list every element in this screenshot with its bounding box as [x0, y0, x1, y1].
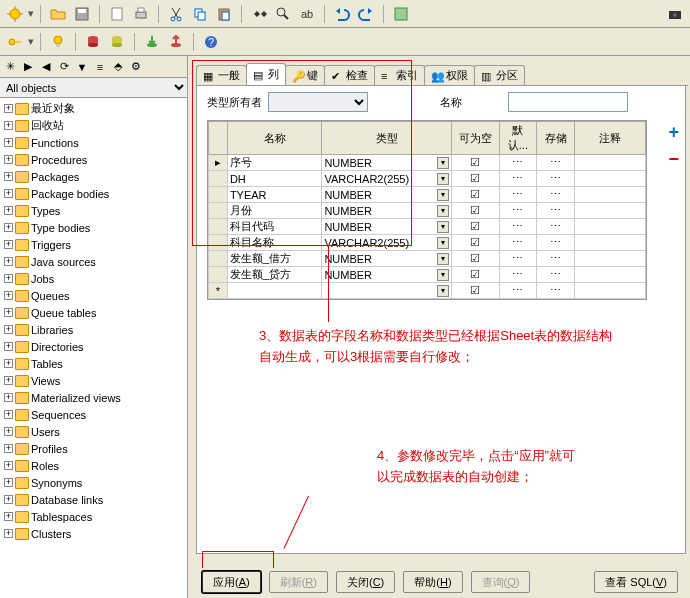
expand-icon[interactable]: +	[4, 495, 13, 504]
open-icon[interactable]	[47, 3, 69, 25]
find-next-icon[interactable]	[272, 3, 294, 25]
expand-icon[interactable]: +	[4, 121, 13, 130]
apply-button[interactable]: 应用(A)	[202, 571, 261, 593]
expand-icon[interactable]: +	[4, 240, 13, 249]
expand-icon[interactable]: +	[4, 325, 13, 334]
new-icon[interactable]	[106, 3, 128, 25]
redo-icon[interactable]	[355, 3, 377, 25]
expand-icon[interactable]: +	[4, 461, 13, 470]
tree-item[interactable]: +Views	[0, 372, 187, 389]
expand-icon[interactable]: +	[4, 138, 13, 147]
tree-item[interactable]: +Libraries	[0, 321, 187, 338]
name-input[interactable]	[508, 92, 628, 112]
object-filter-select[interactable]: All objects	[0, 78, 187, 97]
sidebar-pin-icon[interactable]: ⬘	[110, 59, 126, 75]
expand-icon[interactable]: +	[4, 410, 13, 419]
tree-item[interactable]: +Package bodies	[0, 185, 187, 202]
add-row-button[interactable]: +	[668, 122, 679, 143]
tree-item[interactable]: +Materialized views	[0, 389, 187, 406]
expand-icon[interactable]: +	[4, 359, 13, 368]
cylinder-yellow-icon[interactable]	[106, 31, 128, 53]
tree-item[interactable]: +Directories	[0, 338, 187, 355]
commit-icon[interactable]	[141, 31, 163, 53]
expand-icon[interactable]: +	[4, 444, 13, 453]
object-tree[interactable]: +最近对象+回收站+Functions+Procedures+Packages+…	[0, 98, 187, 598]
tree-item[interactable]: +Queues	[0, 287, 187, 304]
expand-icon[interactable]: +	[4, 206, 13, 215]
new-session-icon[interactable]	[4, 3, 26, 25]
sidebar-back-icon[interactable]: ◀	[38, 59, 54, 75]
tab-一般[interactable]: ▦一般	[196, 65, 247, 85]
sidebar-refresh-icon[interactable]: ✳	[2, 59, 18, 75]
expand-icon[interactable]: +	[4, 427, 13, 436]
tree-item[interactable]: +Types	[0, 202, 187, 219]
expand-icon[interactable]: +	[4, 478, 13, 487]
columns-grid[interactable]: 名称类型可为空默认...存储注释▸序号NUMBER▾☑⋯⋯DHVARCHAR2(…	[207, 120, 647, 300]
expand-icon[interactable]: +	[4, 274, 13, 283]
paste-icon[interactable]	[213, 3, 235, 25]
expand-icon[interactable]: +	[4, 257, 13, 266]
undo-icon[interactable]	[331, 3, 353, 25]
tree-item[interactable]: +Users	[0, 423, 187, 440]
tree-item[interactable]: +Packages	[0, 168, 187, 185]
key-icon[interactable]	[4, 31, 26, 53]
cut-icon[interactable]	[165, 3, 187, 25]
tree-item[interactable]: +Sequences	[0, 406, 187, 423]
find-icon[interactable]	[248, 3, 270, 25]
sidebar-tree-icon[interactable]: ≡	[92, 59, 108, 75]
object-filter[interactable]: All objects	[0, 78, 187, 98]
help-icon[interactable]: ?	[200, 31, 222, 53]
expand-icon[interactable]: +	[4, 291, 13, 300]
tree-item[interactable]: +Tables	[0, 355, 187, 372]
tree-item[interactable]: +Java sources	[0, 253, 187, 270]
rollback-icon[interactable]	[165, 31, 187, 53]
tree-item[interactable]: +Clusters	[0, 525, 187, 542]
copy-icon[interactable]	[189, 3, 211, 25]
tree-item[interactable]: +Synonyms	[0, 474, 187, 491]
sidebar-forward-icon[interactable]: ▶	[20, 59, 36, 75]
tree-item[interactable]: +Database links	[0, 491, 187, 508]
expand-icon[interactable]: +	[4, 342, 13, 351]
sidebar-filter-icon[interactable]: ▼	[74, 59, 90, 75]
camera-icon[interactable]	[664, 3, 686, 25]
expand-icon[interactable]: +	[4, 393, 13, 402]
expand-icon[interactable]: +	[4, 172, 13, 181]
expand-icon[interactable]: +	[4, 155, 13, 164]
expand-icon[interactable]: +	[4, 308, 13, 317]
tree-item[interactable]: +Procedures	[0, 151, 187, 168]
print-icon[interactable]	[130, 3, 152, 25]
sidebar-reload-icon[interactable]: ⟳	[56, 59, 72, 75]
help-button[interactable]: 帮助(H)	[403, 571, 462, 593]
view-sql-button[interactable]: 查看 SQL(V)	[594, 571, 678, 593]
tree-item[interactable]: +Jobs	[0, 270, 187, 287]
expand-icon[interactable]: +	[4, 223, 13, 232]
close-button[interactable]: 关闭(C)	[336, 571, 395, 593]
tab-索引[interactable]: ≡索引	[374, 65, 425, 85]
owner-select[interactable]	[268, 92, 368, 112]
tree-item[interactable]: +Functions	[0, 134, 187, 151]
tree-item[interactable]: +Profiles	[0, 440, 187, 457]
tab-分区[interactable]: ▥分区	[474, 65, 525, 85]
execute-icon[interactable]	[390, 3, 412, 25]
tree-item[interactable]: +Type bodies	[0, 219, 187, 236]
expand-icon[interactable]: +	[4, 512, 13, 521]
expand-icon[interactable]: +	[4, 189, 13, 198]
tree-item[interactable]: +回收站	[0, 117, 187, 134]
tab-权限[interactable]: 👥权限	[424, 65, 475, 85]
tab-列[interactable]: ▤列	[246, 63, 286, 85]
tab-检查[interactable]: ✔检查	[324, 65, 375, 85]
sidebar-config-icon[interactable]: ⚙	[128, 59, 144, 75]
tab-键[interactable]: 🔑键	[285, 65, 325, 85]
remove-row-button[interactable]: −	[668, 149, 679, 170]
tree-item[interactable]: +Roles	[0, 457, 187, 474]
bulb-icon[interactable]	[47, 31, 69, 53]
tree-item[interactable]: +Tablespaces	[0, 508, 187, 525]
expand-icon[interactable]: +	[4, 529, 13, 538]
tree-item[interactable]: +最近对象	[0, 100, 187, 117]
save-icon[interactable]	[71, 3, 93, 25]
query-button[interactable]: 查询(Q)	[471, 571, 531, 593]
expand-icon[interactable]: +	[4, 376, 13, 385]
refresh-button[interactable]: 刷新(R)	[269, 571, 328, 593]
tree-item[interactable]: +Queue tables	[0, 304, 187, 321]
replace-icon[interactable]: ab	[296, 3, 318, 25]
